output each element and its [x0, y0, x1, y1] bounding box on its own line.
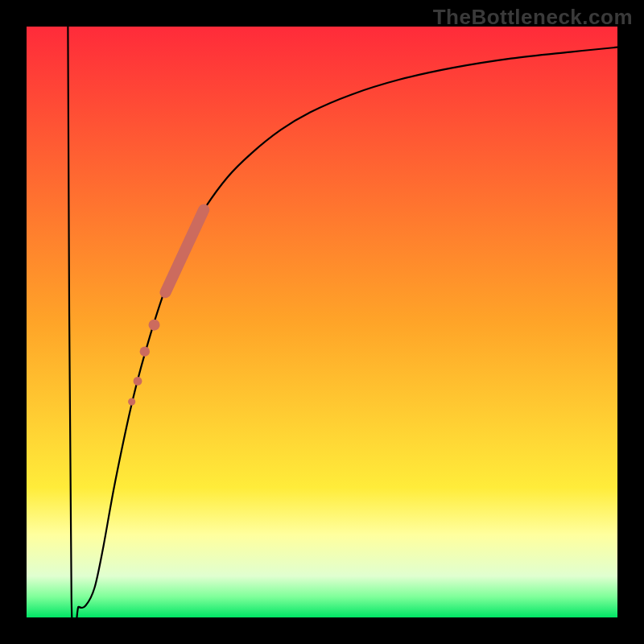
chart-svg [27, 27, 617, 617]
highlight-dot [140, 347, 150, 357]
chart-frame: TheBottleneck.com [0, 0, 644, 644]
highlight-dot [128, 398, 135, 405]
plot-area [27, 27, 617, 617]
highlight-dot [134, 377, 142, 386]
highlight-dot [149, 320, 160, 331]
gradient-background [27, 27, 617, 617]
